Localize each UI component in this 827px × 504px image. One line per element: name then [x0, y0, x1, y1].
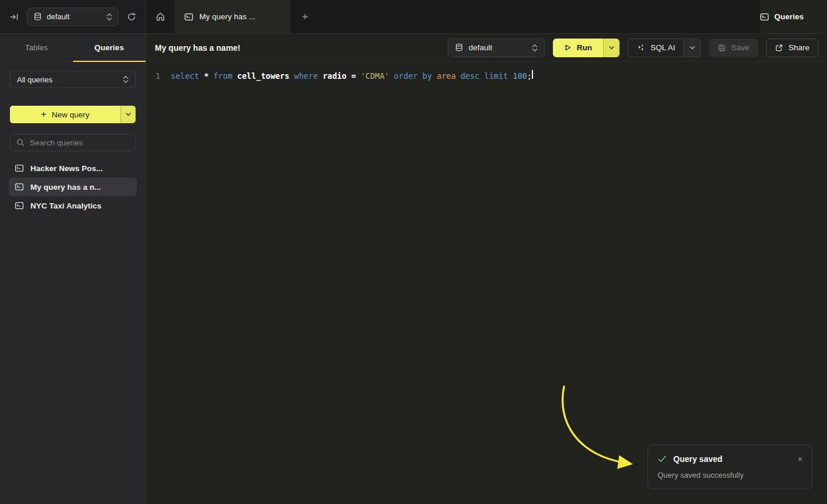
code-token: 'CDMA' — [361, 71, 394, 81]
search-queries-input[interactable] — [30, 138, 129, 147]
home-icon — [155, 12, 165, 22]
toast-query-saved: Query saved × Query saved successfully — [648, 444, 812, 489]
database-selector[interactable]: default — [27, 8, 119, 26]
play-icon — [564, 44, 572, 51]
sidebar-body: All queries + New query — [0, 62, 146, 215]
query-tab-icon — [184, 12, 193, 22]
tab-my-query[interactable]: My query has ... — [175, 0, 290, 33]
query-icon — [15, 201, 24, 210]
tab-strip: My query has ... + — [146, 0, 760, 33]
top-bar: default — [0, 0, 827, 34]
query-editor-panel: My query has a name! default — [146, 34, 827, 504]
new-query-split-button: + New query — [10, 106, 136, 123]
code-token: where — [294, 71, 323, 81]
editor-database-selector[interactable]: default — [448, 39, 545, 57]
code-token: 100 — [513, 71, 527, 81]
queries-icon — [760, 12, 769, 22]
search-queries-box — [10, 134, 136, 151]
query-list-item[interactable]: NYC Taxi Analytics — [9, 196, 137, 215]
query-item-label: NYC Taxi Analytics — [30, 201, 102, 210]
new-query-button[interactable]: + New query — [10, 106, 120, 123]
check-icon — [658, 454, 667, 464]
refresh-icon — [127, 12, 136, 22]
chevron-down-icon — [126, 113, 131, 116]
sidebar-tab-queries[interactable]: Queries — [73, 34, 146, 61]
save-button[interactable]: Save — [709, 39, 758, 57]
new-query-label: New query — [51, 110, 89, 119]
chevron-down-icon — [690, 46, 695, 50]
queries-label: Queries — [774, 12, 804, 21]
code-token: select — [171, 71, 204, 81]
run-dropdown-button[interactable] — [603, 39, 620, 57]
code-content: select * from cell_towers where radio = … — [171, 70, 532, 82]
database-icon — [33, 12, 42, 21]
text-cursor — [532, 70, 533, 79]
sql-editor[interactable]: 1 select * from cell_towers where radio … — [146, 62, 827, 504]
main-layout: Tables Queries All queries + New query — [0, 34, 827, 504]
code-token: cell_towers — [237, 71, 295, 81]
code-token: * — [204, 71, 213, 81]
code-token: area — [437, 71, 461, 81]
code-token: order by — [394, 71, 437, 81]
updown-chevron-icon — [123, 75, 129, 84]
sidebar: Tables Queries All queries + New query — [0, 34, 146, 504]
query-list-item-selected[interactable]: My query has a n... — [9, 178, 137, 196]
code-token: radio — [323, 71, 351, 81]
query-list: Hacker News Pos... My query has a n... — [10, 159, 136, 215]
editor-database-value: default — [469, 43, 527, 52]
code-token: from — [213, 71, 237, 81]
database-selector-value: default — [47, 12, 102, 21]
plus-icon: + — [41, 109, 46, 120]
updown-chevron-icon — [532, 44, 538, 52]
code-token: = — [351, 71, 361, 81]
query-icon — [15, 182, 24, 192]
close-icon: × — [798, 454, 802, 464]
new-query-dropdown-button[interactable] — [120, 106, 136, 123]
editor-actions: default Run — [448, 39, 818, 57]
share-label: Share — [788, 43, 809, 52]
chevron-down-icon — [609, 46, 614, 50]
save-icon — [718, 44, 726, 52]
share-icon — [775, 44, 783, 52]
new-tab-button[interactable]: + — [290, 0, 320, 33]
sidebar-tabs: Tables Queries — [0, 34, 146, 62]
plus-icon: + — [302, 11, 308, 23]
search-icon — [16, 138, 25, 147]
code-line: 1 select * from cell_towers where radio … — [155, 70, 818, 82]
query-filter-select[interactable]: All queries — [10, 71, 136, 88]
line-number: 1 — [155, 70, 171, 82]
query-icon — [15, 164, 24, 173]
sidebar-tab-tables[interactable]: Tables — [0, 34, 73, 61]
database-icon — [455, 43, 463, 52]
sql-ai-button[interactable]: SQL AI — [628, 39, 683, 57]
sql-console-app: default — [0, 0, 827, 504]
editor-header: My query has a name! default — [146, 34, 827, 62]
sql-ai-label: SQL AI — [650, 43, 675, 52]
query-item-label: My query has a n... — [30, 183, 101, 192]
query-title: My query has a name! — [155, 43, 240, 53]
collapse-sidebar-button[interactable] — [7, 10, 21, 24]
run-label: Run — [577, 43, 592, 52]
topbar-right[interactable]: Queries — [760, 0, 827, 33]
query-filter-value: All queries — [17, 75, 53, 84]
code-token: ; — [527, 71, 532, 81]
share-button[interactable]: Share — [766, 39, 818, 57]
toast-title: Query saved — [673, 454, 722, 464]
tab-label: My query has ... — [199, 12, 255, 21]
sql-ai-split-button: SQL AI — [628, 39, 701, 57]
home-button[interactable] — [146, 0, 175, 33]
run-split-button: Run — [553, 39, 620, 57]
query-item-label: Hacker News Pos... — [30, 164, 103, 173]
refresh-button[interactable] — [124, 10, 139, 24]
code-token: desc limit — [461, 71, 513, 81]
query-list-item[interactable]: Hacker News Pos... — [9, 159, 137, 178]
sparkles-icon — [636, 43, 645, 52]
save-label: Save — [731, 43, 749, 52]
toast-message: Query saved successfully — [658, 471, 802, 479]
run-button[interactable]: Run — [553, 39, 603, 57]
topbar-left: default — [0, 0, 146, 33]
sql-ai-dropdown-button[interactable] — [683, 39, 700, 57]
toast-close-button[interactable]: × — [798, 455, 802, 463]
collapse-sidebar-icon — [9, 12, 19, 22]
updown-chevron-icon — [106, 13, 112, 21]
